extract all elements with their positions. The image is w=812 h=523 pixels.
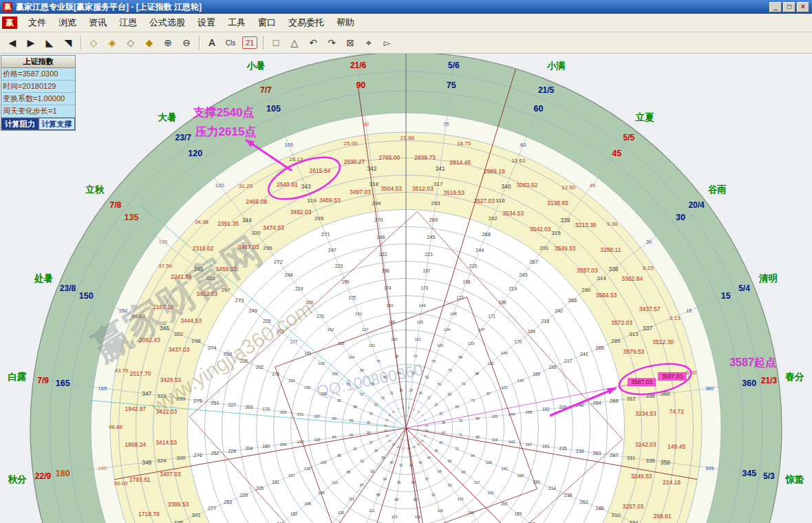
svg-text:246: 246 xyxy=(376,234,385,240)
svg-text:262: 262 xyxy=(580,499,588,505)
svg-text:立秋: 立秋 xyxy=(85,184,105,195)
toolbar-zoom-out-button[interactable]: ⊖ xyxy=(178,34,195,51)
svg-text:90: 90 xyxy=(356,81,365,90)
toolbar-flag-tool-button[interactable]: ▻ xyxy=(378,34,396,51)
toolbar-diamond-filled-button[interactable]: ◆ xyxy=(140,34,158,51)
toolbar-marker-down-button[interactable]: ◣ xyxy=(41,34,58,51)
svg-text:293: 293 xyxy=(431,200,440,206)
menu-item-9[interactable]: 帮助 xyxy=(330,14,361,30)
svg-text:120: 120 xyxy=(491,414,498,418)
svg-text:189: 189 xyxy=(514,511,522,516)
svg-text:30: 30 xyxy=(676,213,685,222)
svg-text:295: 295 xyxy=(314,215,324,222)
svg-text:67: 67 xyxy=(425,478,429,481)
toolbar-delete-tool-button[interactable]: ⊠ xyxy=(341,34,359,51)
svg-text:3527.03: 3527.03 xyxy=(473,198,495,204)
svg-text:支撑2540点: 支撑2540点 xyxy=(193,106,255,119)
svg-text:179: 179 xyxy=(262,407,270,412)
svg-text:224: 224 xyxy=(295,286,303,291)
toolbar-zoom-in-button[interactable]: ⊕ xyxy=(159,34,177,51)
svg-text:3138.65: 3138.65 xyxy=(547,200,568,206)
svg-text:75: 75 xyxy=(448,368,452,372)
svg-text:33: 33 xyxy=(374,403,378,407)
svg-text:96: 96 xyxy=(476,416,480,420)
menu-item-1[interactable]: 浏览 xyxy=(52,14,83,30)
svg-text:31: 31 xyxy=(389,392,394,395)
svg-text:167: 167 xyxy=(525,442,533,447)
svg-text:91: 91 xyxy=(431,493,436,497)
svg-text:40: 40 xyxy=(389,461,394,465)
menu-item-0[interactable]: 文件 xyxy=(22,14,52,30)
svg-text:9.38: 9.38 xyxy=(607,221,618,227)
instrument-panel: 上证指数 价格=3587.0300时间=20180129变换系数=1.00000… xyxy=(1,55,76,131)
close-button[interactable]: × xyxy=(797,2,809,12)
svg-text:169: 169 xyxy=(533,372,540,376)
svg-text:3489.53: 3489.53 xyxy=(319,197,341,204)
gann-wheel-chart[interactable]: 1234567891011121314151617181920212223242… xyxy=(0,54,812,523)
toolbar-clear-button[interactable]: Cls xyxy=(222,34,239,51)
svg-text:165: 165 xyxy=(56,378,70,388)
svg-text:157: 157 xyxy=(288,473,296,478)
toolbar-calendar-button[interactable]: 21 xyxy=(242,36,257,49)
panel-buttons: 计算阻力计算支撑 xyxy=(1,118,75,130)
svg-text:277: 277 xyxy=(208,505,217,511)
svg-text:95: 95 xyxy=(476,435,480,439)
chart-canvas[interactable]: 1234567891011121314151617181920212223242… xyxy=(0,54,812,523)
toolbar-diamond-open-button[interactable]: ◇ xyxy=(122,34,140,51)
svg-text:36: 36 xyxy=(367,431,371,435)
svg-text:290: 290 xyxy=(581,287,591,293)
svg-text:21/5: 21/5 xyxy=(538,85,555,95)
svg-text:5/5: 5/5 xyxy=(623,133,635,142)
toolbar-triangle-tool-button[interactable]: △ xyxy=(286,34,303,51)
svg-text:218: 218 xyxy=(542,319,550,323)
svg-text:28: 28 xyxy=(419,392,423,395)
menu-item-8[interactable]: 交易委托 xyxy=(282,14,330,30)
toolbar-crosshair-tool-button[interactable]: ⌖ xyxy=(360,34,378,51)
svg-text:192: 192 xyxy=(542,407,550,412)
svg-text:75: 75 xyxy=(447,81,456,90)
menu-item-5[interactable]: 设置 xyxy=(191,14,222,30)
svg-text:239: 239 xyxy=(576,449,584,453)
svg-text:13: 13 xyxy=(385,434,389,438)
svg-text:51: 51 xyxy=(438,383,442,386)
svg-text:181: 181 xyxy=(272,480,279,484)
toolbar-diamond-outline-button[interactable]: ◇ xyxy=(85,34,103,51)
menu-item-4[interactable]: 公式选股 xyxy=(143,14,191,30)
toolbar-rotate-ccw-button[interactable]: ↶ xyxy=(304,34,322,51)
svg-text:191: 191 xyxy=(542,444,550,449)
toolbar-diamond-center-button[interactable]: ◈ xyxy=(103,34,121,51)
svg-text:127: 127 xyxy=(362,328,369,332)
svg-text:2989.19: 2989.19 xyxy=(484,168,505,175)
svg-text:7/9: 7/9 xyxy=(37,376,49,385)
menu-item-7[interactable]: 窗口 xyxy=(252,14,282,30)
toolbar-text-tool-button[interactable]: A xyxy=(203,34,221,51)
svg-text:109: 109 xyxy=(320,460,326,465)
svg-text:273: 273 xyxy=(235,297,244,303)
panel-button-1[interactable]: 计算支撑 xyxy=(39,118,76,130)
menu-item-2[interactable]: 资讯 xyxy=(83,14,113,30)
restore-button[interactable]: □ xyxy=(783,2,795,12)
panel-button-0[interactable]: 计算阻力 xyxy=(1,118,39,130)
toolbar-rect-tool-button[interactable]: □ xyxy=(267,34,285,51)
toolbar-rotate-cw-button[interactable]: ↷ xyxy=(323,34,341,51)
svg-text:3414.53: 3414.53 xyxy=(156,439,177,446)
svg-text:7/7: 7/7 xyxy=(260,85,272,95)
menu-item-6[interactable]: 工具 xyxy=(222,14,252,30)
svg-text:146: 146 xyxy=(501,351,509,355)
svg-text:119: 119 xyxy=(492,438,498,442)
toolbar-marker-up-button[interactable]: ◥ xyxy=(59,34,77,51)
svg-text:85: 85 xyxy=(337,453,341,458)
svg-text:214: 214 xyxy=(548,486,556,491)
toolbar-separator xyxy=(199,36,200,50)
svg-text:105: 105 xyxy=(332,372,338,376)
svg-text:126: 126 xyxy=(389,320,396,324)
svg-text:66: 66 xyxy=(412,481,416,484)
minimize-button[interactable]: _ xyxy=(769,2,782,12)
svg-text:92: 92 xyxy=(448,483,452,487)
svg-text:45: 45 xyxy=(590,182,595,189)
menu-item-3[interactable]: 江恩 xyxy=(113,14,143,30)
toolbar-forward-button[interactable]: ▶ xyxy=(22,34,40,51)
svg-text:287: 287 xyxy=(610,452,619,458)
svg-text:3587.03: 3587.03 xyxy=(631,378,652,385)
toolbar-back-button[interactable]: ◀ xyxy=(3,34,21,51)
